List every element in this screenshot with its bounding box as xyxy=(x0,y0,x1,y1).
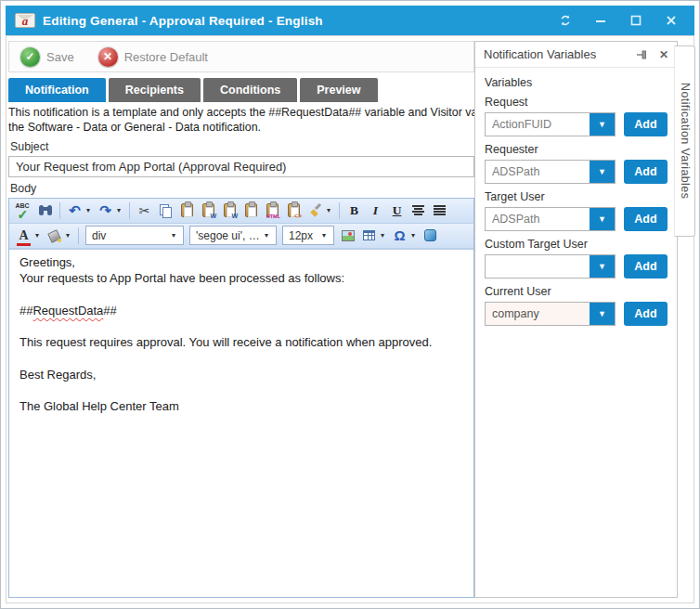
target-user-add-button[interactable]: Add xyxy=(624,207,668,231)
save-check-icon: ✓ xyxy=(20,47,40,67)
italic-icon[interactable]: I xyxy=(366,201,385,221)
tab-recipients[interactable]: Recipients xyxy=(109,78,201,102)
paste-icon[interactable] xyxy=(177,201,197,221)
custom-target-user-dropdown-arrow-icon[interactable]: ▼ xyxy=(590,255,615,278)
editor-line: This request requires approval. You will… xyxy=(19,334,463,350)
special-character-dropdown-icon[interactable]: ▾ xyxy=(411,231,419,240)
current-user-variable-input[interactable] xyxy=(486,303,590,325)
requester-add-button[interactable]: Add xyxy=(624,160,668,184)
font-color-icon[interactable]: A xyxy=(14,226,33,246)
subject-input[interactable] xyxy=(8,156,474,177)
maximize-icon[interactable] xyxy=(629,14,642,27)
variable-group-label-current-user: Current User xyxy=(485,285,668,298)
paste-markup-icon[interactable]: <> xyxy=(284,201,304,221)
restore-default-button[interactable]: ✕ Restore Default xyxy=(98,47,208,67)
request-add-button[interactable]: Add xyxy=(624,112,668,136)
spellcheck-icon[interactable]: ABC✓ xyxy=(14,201,33,221)
align-center-icon[interactable] xyxy=(408,201,428,221)
insert-table-icon[interactable] xyxy=(359,226,379,246)
paste-from-word-nostyle-icon[interactable]: W xyxy=(220,201,240,221)
action-toolbar: ✓ Save ✕ Restore Default xyxy=(8,41,474,72)
target-user-variable-combobox[interactable]: ▼ xyxy=(485,207,616,231)
font-size-select[interactable]: 12px▾ xyxy=(282,226,334,245)
bold-icon[interactable]: B xyxy=(344,201,364,221)
side-tab-label: Notification Variables xyxy=(679,83,692,199)
tab-notification[interactable]: Notification xyxy=(8,78,106,102)
font-color-dropdown-icon[interactable]: ▾ xyxy=(35,231,43,240)
custom-target-user-variable-combobox[interactable]: ▼ xyxy=(485,254,616,279)
save-button[interactable]: ✓ Save xyxy=(20,47,74,67)
target-user-dropdown-arrow-icon[interactable]: ▼ xyxy=(590,208,615,230)
editor-content[interactable]: Greetings,Your requests to App Portal ha… xyxy=(9,249,473,597)
minimize-icon[interactable] xyxy=(594,14,607,27)
insert-table-dropdown-icon[interactable]: ▾ xyxy=(381,231,388,240)
save-label: Save xyxy=(46,50,74,64)
variable-group-label-custom-target-user: Custom Target User xyxy=(485,238,668,251)
paste-from-word-icon[interactable]: W xyxy=(199,201,218,221)
panel-close-icon[interactable]: ✕ xyxy=(659,48,668,61)
notification-variables-side-tab[interactable]: Notification Variables xyxy=(674,45,695,237)
close-icon[interactable] xyxy=(665,14,678,27)
variable-row-requester: ▼ Add xyxy=(485,160,668,184)
tab-preview[interactable]: Preview xyxy=(300,78,377,102)
variable-row-target-user: ▼ Add xyxy=(485,207,668,231)
editor-line xyxy=(19,350,463,366)
current-user-variable-combobox[interactable]: ▼ xyxy=(485,302,616,326)
editor-line: The Global Help Center Team xyxy=(19,398,463,414)
undo-dropdown-icon[interactable]: ▾ xyxy=(86,206,94,214)
justify-icon[interactable] xyxy=(430,201,449,221)
variable-row-custom-target-user: ▼ Add xyxy=(485,254,668,279)
cut-icon[interactable]: ✂ xyxy=(135,201,154,221)
custom-target-user-add-button[interactable]: Add xyxy=(624,254,668,279)
requester-variable-combobox[interactable]: ▼ xyxy=(485,160,616,184)
variable-row-request: ▼ Add xyxy=(485,112,668,136)
variable-group-label-request: Request xyxy=(485,96,668,109)
separator xyxy=(78,227,79,244)
editor-line: Your requests to App Portal have been pr… xyxy=(19,270,463,286)
tab-conditions[interactable]: Conditions xyxy=(203,78,297,102)
target-user-variable-input[interactable] xyxy=(486,208,590,230)
media-icon[interactable] xyxy=(421,226,440,246)
custom-target-user-variable-input[interactable] xyxy=(486,255,590,278)
format-painter-dropdown-icon[interactable]: ▾ xyxy=(327,206,334,214)
variable-row-current-user: ▼ Add xyxy=(485,302,668,326)
app-icon: a xyxy=(15,13,35,28)
undo-icon[interactable]: ↶ xyxy=(65,201,84,221)
request-variable-input[interactable] xyxy=(486,113,590,136)
variables-section-label: Variables xyxy=(485,76,668,89)
image-manager-icon[interactable] xyxy=(338,226,357,246)
requester-dropdown-arrow-icon[interactable]: ▼ xyxy=(590,161,615,183)
paste-plain-text-icon[interactable] xyxy=(241,201,261,221)
editor-toolbar-row2: A▾▾div▾'segoe ui', ta...▾12px▾▾Ω▾ xyxy=(9,224,473,249)
pin-icon[interactable] xyxy=(636,49,648,60)
underline-icon[interactable]: U xyxy=(387,201,407,221)
redo-icon[interactable]: ↷ xyxy=(96,201,115,221)
special-character-icon[interactable]: Ω xyxy=(390,226,409,246)
window-title: Editing General - Approval Required - En… xyxy=(43,14,323,28)
format-painter-icon[interactable] xyxy=(305,201,325,221)
requester-variable-input[interactable] xyxy=(486,161,590,183)
panel-header: Notification Variables ✕ xyxy=(475,42,677,68)
refresh-icon[interactable] xyxy=(559,14,572,27)
background-color-dropdown-icon[interactable]: ▾ xyxy=(66,231,73,240)
background-color-icon[interactable] xyxy=(45,226,64,246)
restore-default-label: Restore Default xyxy=(124,50,208,64)
separator xyxy=(339,202,340,219)
editor-line: Greetings, xyxy=(19,254,463,270)
separator xyxy=(129,202,130,219)
paragraph-style-select[interactable]: div▾ xyxy=(85,226,184,245)
info-line-1: This notification is a template and only… xyxy=(8,105,474,120)
paste-html-icon[interactable]: HTML xyxy=(263,201,282,221)
panel-title: Notification Variables xyxy=(484,47,596,61)
title-bar: a Editing General - Approval Required - … xyxy=(6,6,694,35)
request-variable-combobox[interactable]: ▼ xyxy=(485,112,616,136)
redo-dropdown-icon[interactable]: ▾ xyxy=(117,206,124,214)
current-user-add-button[interactable]: Add xyxy=(624,302,668,326)
font-name-select[interactable]: 'segoe ui', ta...▾ xyxy=(189,226,277,245)
find-icon[interactable] xyxy=(35,201,55,221)
rich-text-editor: ABC✓↶▾↷▾✂WWHTML<>▾BIU A▾▾div▾'segoe ui',… xyxy=(8,198,474,598)
editor-line xyxy=(19,318,463,334)
current-user-dropdown-arrow-icon[interactable]: ▼ xyxy=(590,303,615,325)
request-dropdown-arrow-icon[interactable]: ▼ xyxy=(590,113,615,136)
copy-icon[interactable] xyxy=(156,201,175,221)
